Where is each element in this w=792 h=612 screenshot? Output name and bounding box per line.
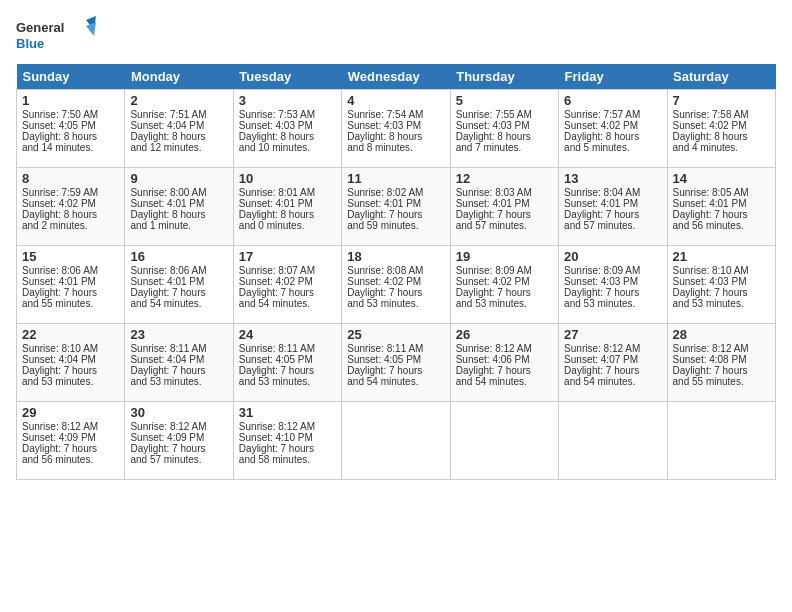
sunset-text: Sunset: 4:02 PM xyxy=(347,276,421,287)
sunrise-text: Sunrise: 8:10 AM xyxy=(22,343,98,354)
sunset-text: Sunset: 4:01 PM xyxy=(130,276,204,287)
daylight-text: Daylight: 8 hours xyxy=(239,209,314,220)
day-number: 26 xyxy=(456,327,553,342)
sunrise-text: Sunrise: 8:02 AM xyxy=(347,187,423,198)
daylight-text: Daylight: 8 hours xyxy=(347,131,422,142)
daylight-text2: and 54 minutes. xyxy=(347,376,418,387)
daylight-text: Daylight: 7 hours xyxy=(347,365,422,376)
day-number: 29 xyxy=(22,405,119,420)
daylight-text2: and 53 minutes. xyxy=(130,376,201,387)
daylight-text2: and 56 minutes. xyxy=(22,454,93,465)
daylight-text2: and 54 minutes. xyxy=(456,376,527,387)
sunset-text: Sunset: 4:02 PM xyxy=(564,120,638,131)
day-number: 14 xyxy=(673,171,770,186)
sunrise-text: Sunrise: 7:51 AM xyxy=(130,109,206,120)
day-number: 13 xyxy=(564,171,661,186)
daylight-text2: and 56 minutes. xyxy=(673,220,744,231)
daylight-text: Daylight: 8 hours xyxy=(673,131,748,142)
day-number: 7 xyxy=(673,93,770,108)
day-number: 2 xyxy=(130,93,227,108)
day-header-friday: Friday xyxy=(559,64,667,90)
day-number: 6 xyxy=(564,93,661,108)
day-number: 8 xyxy=(22,171,119,186)
day-number: 11 xyxy=(347,171,444,186)
day-number: 10 xyxy=(239,171,336,186)
daylight-text: Daylight: 8 hours xyxy=(456,131,531,142)
daylight-text: Daylight: 8 hours xyxy=(564,131,639,142)
sunset-text: Sunset: 4:04 PM xyxy=(130,120,204,131)
daylight-text2: and 55 minutes. xyxy=(673,376,744,387)
calendar-cell: 6Sunrise: 7:57 AMSunset: 4:02 PMDaylight… xyxy=(559,90,667,168)
calendar-cell: 14Sunrise: 8:05 AMSunset: 4:01 PMDayligh… xyxy=(667,168,775,246)
calendar-cell: 11Sunrise: 8:02 AMSunset: 4:01 PMDayligh… xyxy=(342,168,450,246)
calendar-cell xyxy=(667,402,775,480)
sunset-text: Sunset: 4:09 PM xyxy=(130,432,204,443)
daylight-text: Daylight: 7 hours xyxy=(673,365,748,376)
sunrise-text: Sunrise: 8:12 AM xyxy=(130,421,206,432)
day-number: 27 xyxy=(564,327,661,342)
daylight-text: Daylight: 8 hours xyxy=(130,209,205,220)
calendar-cell: 13Sunrise: 8:04 AMSunset: 4:01 PMDayligh… xyxy=(559,168,667,246)
calendar-cell: 17Sunrise: 8:07 AMSunset: 4:02 PMDayligh… xyxy=(233,246,341,324)
daylight-text2: and 53 minutes. xyxy=(456,298,527,309)
general-blue-logo: General Blue xyxy=(16,16,96,56)
day-header-monday: Monday xyxy=(125,64,233,90)
sunrise-text: Sunrise: 8:11 AM xyxy=(347,343,423,354)
sunset-text: Sunset: 4:04 PM xyxy=(130,354,204,365)
calendar-cell: 12Sunrise: 8:03 AMSunset: 4:01 PMDayligh… xyxy=(450,168,558,246)
daylight-text: Daylight: 7 hours xyxy=(564,287,639,298)
day-header-saturday: Saturday xyxy=(667,64,775,90)
sunrise-text: Sunrise: 8:12 AM xyxy=(22,421,98,432)
sunset-text: Sunset: 4:01 PM xyxy=(673,198,747,209)
daylight-text: Daylight: 7 hours xyxy=(22,365,97,376)
sunset-text: Sunset: 4:05 PM xyxy=(239,354,313,365)
sunrise-text: Sunrise: 8:12 AM xyxy=(673,343,749,354)
calendar-cell: 21Sunrise: 8:10 AMSunset: 4:03 PMDayligh… xyxy=(667,246,775,324)
calendar-cell: 30Sunrise: 8:12 AMSunset: 4:09 PMDayligh… xyxy=(125,402,233,480)
header-row: SundayMondayTuesdayWednesdayThursdayFrid… xyxy=(17,64,776,90)
sunrise-text: Sunrise: 8:12 AM xyxy=(564,343,640,354)
daylight-text: Daylight: 7 hours xyxy=(564,365,639,376)
calendar-cell xyxy=(342,402,450,480)
daylight-text2: and 4 minutes. xyxy=(673,142,739,153)
sunrise-text: Sunrise: 8:09 AM xyxy=(564,265,640,276)
day-number: 16 xyxy=(130,249,227,264)
sunset-text: Sunset: 4:01 PM xyxy=(239,198,313,209)
sunrise-text: Sunrise: 8:06 AM xyxy=(22,265,98,276)
calendar-cell: 29Sunrise: 8:12 AMSunset: 4:09 PMDayligh… xyxy=(17,402,125,480)
calendar-table: SundayMondayTuesdayWednesdayThursdayFrid… xyxy=(16,64,776,480)
day-number: 25 xyxy=(347,327,444,342)
day-number: 22 xyxy=(22,327,119,342)
calendar-cell: 25Sunrise: 8:11 AMSunset: 4:05 PMDayligh… xyxy=(342,324,450,402)
daylight-text: Daylight: 7 hours xyxy=(239,287,314,298)
daylight-text2: and 57 minutes. xyxy=(456,220,527,231)
day-number: 23 xyxy=(130,327,227,342)
daylight-text: Daylight: 8 hours xyxy=(130,131,205,142)
calendar-cell: 26Sunrise: 8:12 AMSunset: 4:06 PMDayligh… xyxy=(450,324,558,402)
svg-text:Blue: Blue xyxy=(16,36,44,51)
daylight-text: Daylight: 7 hours xyxy=(22,443,97,454)
daylight-text2: and 1 minute. xyxy=(130,220,191,231)
daylight-text: Daylight: 7 hours xyxy=(239,365,314,376)
sunset-text: Sunset: 4:01 PM xyxy=(347,198,421,209)
day-number: 31 xyxy=(239,405,336,420)
sunset-text: Sunset: 4:07 PM xyxy=(564,354,638,365)
daylight-text: Daylight: 7 hours xyxy=(239,443,314,454)
calendar-cell: 22Sunrise: 8:10 AMSunset: 4:04 PMDayligh… xyxy=(17,324,125,402)
header: General Blue xyxy=(16,16,776,56)
day-number: 1 xyxy=(22,93,119,108)
sunset-text: Sunset: 4:08 PM xyxy=(673,354,747,365)
sunrise-text: Sunrise: 7:55 AM xyxy=(456,109,532,120)
sunset-text: Sunset: 4:03 PM xyxy=(239,120,313,131)
day-number: 18 xyxy=(347,249,444,264)
day-number: 12 xyxy=(456,171,553,186)
sunrise-text: Sunrise: 8:07 AM xyxy=(239,265,315,276)
day-number: 20 xyxy=(564,249,661,264)
sunrise-text: Sunrise: 8:09 AM xyxy=(456,265,532,276)
daylight-text: Daylight: 7 hours xyxy=(347,287,422,298)
sunrise-text: Sunrise: 7:59 AM xyxy=(22,187,98,198)
sunrise-text: Sunrise: 8:10 AM xyxy=(673,265,749,276)
daylight-text2: and 7 minutes. xyxy=(456,142,522,153)
daylight-text2: and 58 minutes. xyxy=(239,454,310,465)
calendar-cell: 20Sunrise: 8:09 AMSunset: 4:03 PMDayligh… xyxy=(559,246,667,324)
